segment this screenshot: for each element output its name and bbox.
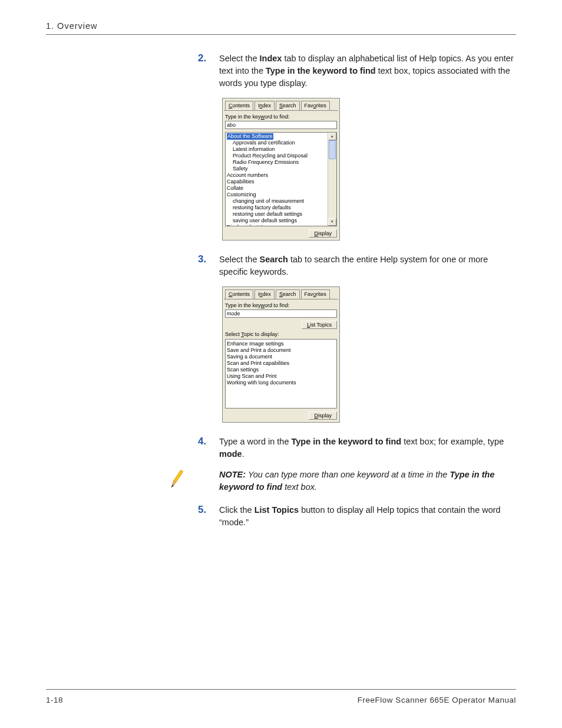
display-button[interactable]: Display xyxy=(309,229,337,238)
text: . xyxy=(242,449,244,459)
scroll-up-icon[interactable]: ▴ xyxy=(328,133,336,140)
list-item[interactable]: restoring factory defaults xyxy=(227,205,335,211)
list-item[interactable]: Approvals and certification xyxy=(227,140,335,146)
list-item[interactable]: Collate xyxy=(227,185,335,192)
help-index-panel: Contents Index Search Favorites Type in … xyxy=(222,98,340,241)
type-keyword-label: Type in the keyword to find: xyxy=(225,114,337,120)
step-number: 2. xyxy=(198,52,219,64)
scroll-down-icon[interactable]: ▾ xyxy=(328,218,336,226)
bold-text: Index xyxy=(260,54,282,63)
footer-rule xyxy=(46,689,516,690)
step-text: Select the Index tab to display an alpha… xyxy=(219,52,516,90)
tab-favorites[interactable]: Favorites xyxy=(301,101,330,110)
chapter-header: 1. Overview xyxy=(46,21,516,31)
select-topic-label: Select Topic to display: xyxy=(225,331,337,337)
list-item[interactable]: Save and Print a document xyxy=(227,347,335,354)
text: text box; for example, type xyxy=(401,437,504,446)
tab-contents[interactable]: Contents xyxy=(225,289,253,299)
tab-row: Contents Index Search Favorites xyxy=(224,101,338,111)
step-3: 3. Select the Search tab to search the e… xyxy=(198,253,516,278)
list-item[interactable]: Scan and Print capabilities xyxy=(227,360,335,367)
list-item[interactable]: saving user default settings xyxy=(227,218,335,224)
list-item[interactable]: Display job status xyxy=(227,224,335,226)
step-number: 5. xyxy=(198,504,219,516)
type-keyword-label: Type in the keyword to find: xyxy=(225,302,337,308)
text: Type a word in the xyxy=(219,437,292,446)
scrollbar[interactable]: ▴ ▾ xyxy=(328,133,336,226)
tab-search[interactable]: Search xyxy=(276,289,300,299)
bold-text: Search xyxy=(260,255,288,264)
list-item[interactable]: Saving a document xyxy=(227,354,335,360)
text: text box. xyxy=(282,482,317,492)
step-number: 4. xyxy=(198,436,219,447)
manual-title: FreeFlow Scanner 665E Operator Manual xyxy=(358,696,516,704)
list-item[interactable]: Account numbers xyxy=(227,172,335,179)
list-topics-button[interactable]: List Topics xyxy=(302,321,337,329)
bold-text: List Topics xyxy=(254,505,299,515)
tab-favorites[interactable]: Favorites xyxy=(301,289,330,299)
header-rule xyxy=(46,34,516,35)
figure-search-panel: Contents Index Search Favorites Type in … xyxy=(46,286,516,423)
tab-row: Contents Index Search Favorites xyxy=(224,289,338,299)
figure-index-panel: Contents Index Search Favorites Type in … xyxy=(46,98,516,241)
note-text: NOTE: You can type more than one keyword… xyxy=(219,469,516,493)
list-item[interactable]: Using Scan and Print xyxy=(227,373,335,380)
bold-text: Type in the keyword to find xyxy=(266,66,376,75)
note-label: NOTE: xyxy=(219,470,246,479)
list-item[interactable]: Working with long documents xyxy=(227,380,335,386)
keyword-input[interactable] xyxy=(225,309,337,318)
step-5: 5. Click the List Topics button to displ… xyxy=(198,504,516,529)
step-4: 4. Type a word in the Type in the keywor… xyxy=(198,436,516,460)
tab-search[interactable]: Search xyxy=(276,101,300,110)
list-item[interactable]: Latest information xyxy=(227,146,335,153)
text: You can type more than one keyword at a … xyxy=(246,470,449,479)
list-item[interactable]: Safety xyxy=(227,166,335,172)
step-number: 3. xyxy=(198,253,219,265)
text: Select the xyxy=(219,255,260,264)
page-footer: 1-18 FreeFlow Scanner 665E Operator Manu… xyxy=(46,689,516,704)
page-number: 1-18 xyxy=(46,696,63,704)
list-item[interactable]: Enhance Image settings xyxy=(227,341,335,347)
tab-index[interactable]: Index xyxy=(254,289,275,299)
list-item[interactable]: Customizing xyxy=(227,192,335,198)
pencil-icon xyxy=(168,469,186,490)
list-item[interactable]: Radio Frequency Emissions xyxy=(227,159,335,166)
bold-text: Type in the keyword to find xyxy=(292,437,402,446)
list-item[interactable]: Product Recycling and Disposal xyxy=(227,153,335,159)
note-block: NOTE: You can type more than one keyword… xyxy=(198,469,516,493)
search-results-list[interactable]: Enhance Image settingsSave and Print a d… xyxy=(225,339,337,409)
scroll-thumb[interactable] xyxy=(329,140,336,159)
list-item[interactable]: restoring user default settings xyxy=(227,211,335,218)
tab-contents[interactable]: Contents xyxy=(225,101,253,110)
keyword-input[interactable] xyxy=(225,121,337,129)
help-search-panel: Contents Index Search Favorites Type in … xyxy=(222,286,340,423)
display-button[interactable]: Display xyxy=(309,411,337,420)
step-text: Type a word in the Type in the keyword t… xyxy=(219,436,516,460)
step-text: Select the Search tab to search the enti… xyxy=(219,253,516,278)
step-2: 2. Select the Index tab to display an al… xyxy=(198,52,516,90)
list-item[interactable]: changing unit of measurement xyxy=(227,198,335,205)
text: Select the xyxy=(219,54,260,63)
index-listbox[interactable]: About the SoftwareApprovals and certific… xyxy=(225,132,337,226)
list-item[interactable]: Scan settings xyxy=(227,367,335,373)
list-item[interactable]: Capabilities xyxy=(227,179,335,185)
bold-text: mode xyxy=(219,449,242,459)
step-text: Click the List Topics button to display … xyxy=(219,504,516,529)
list-item[interactable]: About the Software xyxy=(227,133,335,140)
tab-index[interactable]: Index xyxy=(254,101,275,110)
text: Click the xyxy=(219,505,254,515)
